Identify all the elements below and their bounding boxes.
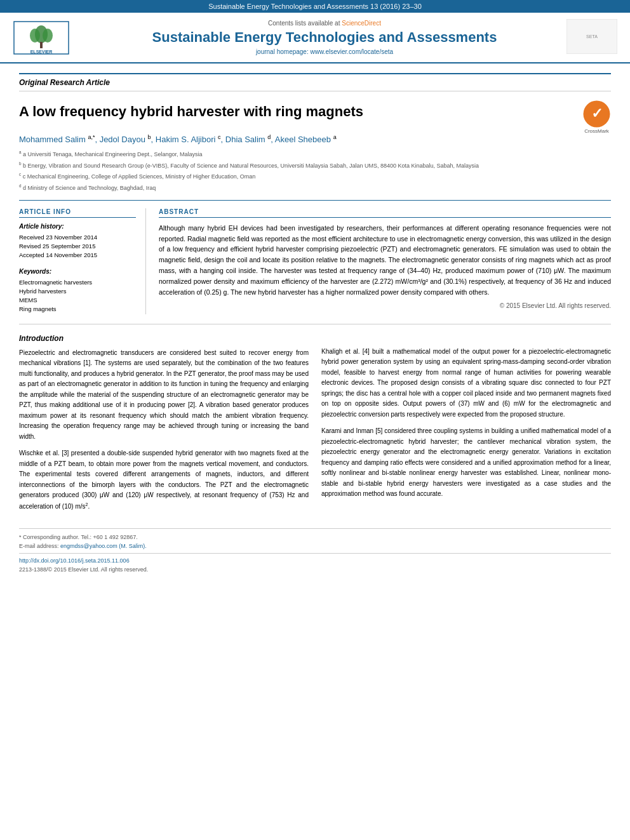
keyword-4: Ring magnets (19, 305, 136, 312)
affil-d: d d Ministry of Science and Technology, … (19, 183, 611, 192)
sciencedirect-link[interactable]: ScienceDirect (342, 20, 381, 27)
author-sup-a2: a (333, 134, 337, 140)
history-title: Article history: (19, 223, 136, 230)
author-akeel: Akeel Shebeeb (275, 135, 331, 144)
crossmark-container[interactable]: ✓ CrossMark (582, 100, 611, 134)
right-column: Khaligh et al. [4] built a mathematical … (321, 334, 611, 519)
authors: Mohammed Salim a,*, Jedol Dayou b, Hakim… (19, 134, 611, 144)
article-title: A low frequency hybrid harvester with ri… (19, 103, 573, 121)
title-text-block: A low frequency hybrid harvester with ri… (19, 97, 573, 129)
author-sup-b: b (148, 134, 151, 140)
affiliations: a a Universiti Tenaga, Mechanical Engine… (19, 149, 611, 192)
main-content: Introduction Piezoelectric and electroma… (19, 324, 611, 519)
footer-issn: 2213-1388/© 2015 Elsevier Ltd. All right… (19, 566, 611, 573)
abstract-copyright: © 2015 Elsevier Ltd. All rights reserved… (159, 302, 611, 309)
author-sup-d: d (267, 134, 271, 140)
footer-email: E-mail address: engmdss@yahoo.com (M. Sa… (19, 543, 611, 549)
article-history: Article history: Received 23 November 20… (19, 223, 136, 258)
abstract-label: ABSTRACT (159, 208, 611, 218)
right-para-1: Khaligh et al. [4] built a mathematical … (321, 347, 611, 420)
title-row: A low frequency hybrid harvester with ri… (19, 97, 611, 134)
contents-line: Contents lists available at ScienceDirec… (83, 20, 566, 27)
affil-a: a a Universiti Tenaga, Mechanical Engine… (19, 149, 611, 159)
svg-rect-5 (40, 42, 43, 48)
footer-email-address[interactable]: engmdss@yahoo.com (M. Salim). (60, 543, 147, 549)
intro-para-1: Piezoelectric and electromagnetic transd… (19, 348, 309, 443)
keywords-title: Keywords: (19, 268, 136, 275)
author-jedol: Jedol Dayou (100, 135, 145, 144)
keywords-section: Keywords: Electromagnetic harvesters Hyb… (19, 268, 136, 312)
abstract-section: ABSTRACT Although many hybrid EH devices… (159, 208, 611, 314)
footer-divider (19, 553, 611, 554)
revised-date: Revised 25 September 2015 (19, 243, 136, 250)
article-info-panel: ARTICLE INFO Article history: Received 2… (19, 208, 146, 314)
journal-logo-right: SETA (566, 19, 617, 56)
article-type: Original Research Article (19, 73, 611, 91)
email-label: E-mail address: (19, 543, 59, 549)
affil-c: c c Mechanical Engineering, College of A… (19, 171, 611, 181)
svg-text:✓: ✓ (591, 105, 603, 121)
intro-para-2: Wischke et al. [3] presented a double-si… (19, 448, 309, 512)
keyword-1: Electromagnetic harvesters (19, 279, 136, 286)
left-column: Introduction Piezoelectric and electroma… (19, 334, 309, 519)
abstract-text: Although many hybrid EH devices had been… (159, 223, 611, 298)
footer-doi: http://dx.doi.org/10.1016/j.seta.2015.11… (19, 557, 611, 564)
svg-point-3 (30, 29, 40, 43)
svg-text:SETA: SETA (586, 34, 598, 39)
author-dhia: Dhia Salim (225, 135, 265, 144)
banner-text: Sustainable Energy Technologies and Asse… (208, 3, 422, 10)
crossmark-icon: ✓ (582, 100, 611, 128)
right-para-2: Karami and Inman [5] considered three co… (321, 426, 611, 500)
affil-b: b b Energy, Vibration and Sound Research… (19, 161, 611, 170)
author-name: Mohammed Salim (19, 135, 86, 144)
accepted-date: Accepted 14 November 2015 (19, 251, 136, 258)
journal-title-block: Contents lists available at ScienceDirec… (83, 20, 566, 55)
article-footer: * Corresponding author. Tel.: +60 1 492 … (19, 528, 611, 573)
homepage-url[interactable]: www.elsevier.com/locate/seta (311, 48, 394, 55)
author-hakim: Hakim S. Aljibori (156, 135, 216, 144)
author-sup-c: c (218, 134, 221, 140)
svg-point-4 (43, 29, 53, 43)
crossmark-label: CrossMark (584, 128, 609, 134)
article-body: ARTICLE INFO Article history: Received 2… (19, 200, 611, 314)
footer-footnote: * Corresponding author. Tel.: +60 1 492 … (19, 534, 611, 540)
affil-c-text: c Mechanical Engineering, College of App… (23, 173, 256, 180)
elsevier-logo: ELSEVIER (13, 20, 70, 55)
article-container: Original Research Article A low frequenc… (0, 63, 630, 585)
doi-link[interactable]: http://dx.doi.org/10.1016/j.seta.2015.11… (19, 557, 130, 564)
journal-homepage: journal homepage: www.elsevier.com/locat… (83, 48, 566, 55)
contents-text: Contents lists available at (268, 20, 340, 27)
journal-header: ELSEVIER Contents lists available at Sci… (0, 13, 630, 63)
journal-banner: Sustainable Energy Technologies and Asse… (0, 0, 630, 13)
svg-text:ELSEVIER: ELSEVIER (30, 50, 53, 54)
received-date: Received 23 November 2014 (19, 234, 136, 241)
affil-b-text: b Energy, Vibration and Sound Research G… (23, 163, 479, 169)
author-sup-a: a,* (88, 134, 95, 140)
journal-name: Sustainable Energy Technologies and Asse… (83, 29, 566, 46)
article-info-label: ARTICLE INFO (19, 208, 136, 218)
intro-heading: Introduction (19, 334, 309, 343)
keyword-2: Hybrid harvesters (19, 288, 136, 295)
keyword-3: MEMS (19, 297, 136, 303)
homepage-label: journal homepage: (256, 48, 311, 55)
affil-d-text: d Ministry of Science and Technology, Ba… (23, 185, 156, 191)
affil-a-text: a Universiti Tenaga, Mechanical Engineer… (23, 151, 203, 157)
